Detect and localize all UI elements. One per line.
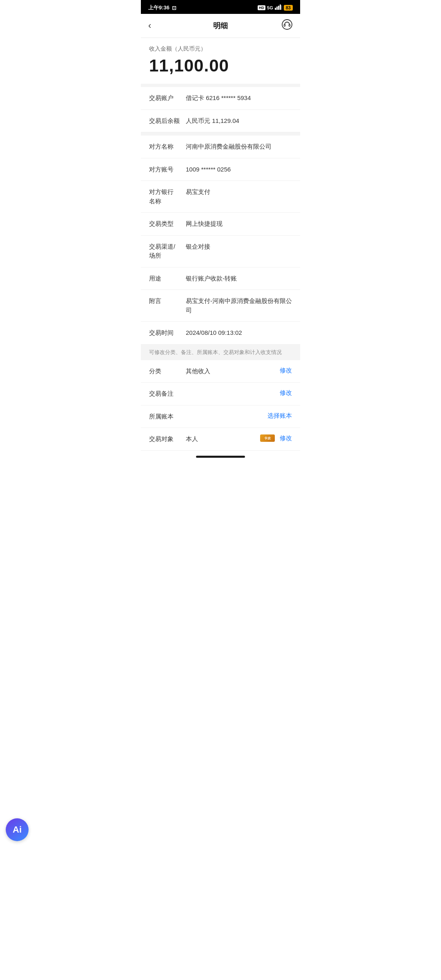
bottom-bar (141, 451, 300, 461)
transaction-channel-label: 交易渠道/ 场所 (149, 242, 186, 261)
transaction-account-row: 交易账户 借记卡 6216 ****** 5934 (141, 87, 300, 110)
svg-rect-2 (278, 6, 279, 10)
transaction-time-label: 交易时间 (149, 328, 186, 338)
svg-rect-0 (275, 8, 276, 10)
counterpart-bank-value: 易宝支付 (186, 187, 292, 197)
amount-section: 收入金额（人民币元） 11,100.00 (141, 38, 300, 87)
svg-rect-7 (289, 24, 290, 27)
counterpart-person-label: 交易对象 (149, 434, 186, 444)
navbar: ‹ 明细 (141, 14, 300, 38)
transaction-type-value: 网上快捷提现 (186, 219, 292, 229)
transaction-note-label: 交易备注 (149, 389, 186, 399)
transaction-time-row: 交易时间 2024/08/10 09:13:02 (141, 322, 300, 345)
navbar-wrapper: ‹ 明细 (148, 19, 293, 33)
signal-5g: 5G (267, 5, 273, 10)
purpose-row: 用途 银行账户收款-转账 (141, 267, 300, 290)
counterpart-name-value: 河南中原消费金融股份有限公司 (186, 142, 292, 151)
counterpart-account-label: 对方账号 (149, 165, 186, 174)
counterpart-person-row: 交易对象 本人 卡农 修改 (141, 428, 300, 451)
counterpart-person-edit-button[interactable]: 修改 (280, 434, 292, 442)
category-row: 分类 其他收入 修改 (141, 360, 300, 383)
svg-point-5 (282, 20, 292, 29)
counterpart-bank-row: 对方银行 名称 易宝支付 (141, 181, 300, 213)
transaction-account-label: 交易账户 (149, 94, 186, 103)
hd-badge: HD (258, 5, 265, 10)
counterpart-name-row: 对方名称 河南中原消费金融股份有限公司 (141, 132, 300, 158)
service-button[interactable] (281, 19, 293, 33)
counterpart-account-row: 对方账号 1009 ****** 0256 (141, 158, 300, 181)
section-hint: 可修改分类、备注、所属账本、交易对象和计入收支情况 (141, 345, 300, 360)
purpose-label: 用途 (149, 274, 186, 283)
editable-table: 分类 其他收入 修改 交易备注 修改 所属账本 选择账本 交易对象 本人 卡农 … (141, 360, 300, 451)
transaction-note-edit-button[interactable]: 修改 (280, 389, 292, 397)
transaction-account-value: 借记卡 6216 ****** 5934 (186, 94, 292, 103)
status-time: 上午9:36 (148, 4, 169, 11)
transaction-type-label: 交易类型 (149, 219, 186, 229)
account-book-row: 所属账本 选择账本 (141, 405, 300, 428)
back-button[interactable]: ‹ (148, 19, 154, 33)
status-left: 上午9:36 ⊡ (148, 4, 176, 11)
svg-rect-6 (284, 24, 285, 27)
balance-after-row: 交易后余额 人民币元 11,129.04 (141, 110, 300, 133)
headset-icon (281, 19, 293, 30)
svg-rect-4 (281, 5, 282, 10)
info-table-1: 交易账户 借记卡 6216 ****** 5934 交易后余额 人民币元 11,… (141, 87, 300, 132)
counterpart-bank-label: 对方银行 名称 (149, 187, 186, 206)
svg-rect-3 (280, 4, 281, 10)
remark-row: 附言 易宝支付-河南中原消费金融股份有限公司 (141, 290, 300, 322)
transaction-channel-value: 银企对接 (186, 242, 292, 252)
signal-bars (275, 4, 282, 11)
home-indicator (196, 456, 245, 458)
category-edit-button[interactable]: 修改 (280, 367, 292, 374)
amount-value: 11,100.00 (149, 56, 292, 76)
transaction-note-row: 交易备注 修改 (141, 383, 300, 405)
watermark-badge: 卡农 (260, 434, 275, 442)
category-value: 其他收入 (186, 367, 276, 376)
account-book-select-button[interactable]: 选择账本 (267, 412, 292, 420)
status-right: HD 5G 83 (258, 4, 293, 11)
nfc-icon: ⊡ (172, 5, 176, 11)
balance-after-label: 交易后余额 (149, 116, 186, 126)
counterpart-account-value: 1009 ****** 0256 (186, 165, 292, 174)
info-table-2: 对方名称 河南中原消费金融股份有限公司 对方账号 1009 ****** 025… (141, 132, 300, 345)
remark-label: 附言 (149, 296, 186, 306)
category-label: 分类 (149, 367, 186, 376)
svg-rect-1 (276, 7, 278, 10)
counterpart-person-value: 本人 (186, 434, 258, 444)
amount-label: 收入金额（人民币元） (149, 45, 292, 53)
transaction-type-row: 交易类型 网上快捷提现 (141, 213, 300, 236)
account-book-label: 所属账本 (149, 412, 186, 421)
transaction-time-value: 2024/08/10 09:13:02 (186, 328, 292, 338)
counterpart-name-label: 对方名称 (149, 142, 186, 151)
purpose-value: 银行账户收款-转账 (186, 274, 292, 283)
battery-icon: 83 (284, 5, 293, 11)
page-title: 明细 (213, 21, 228, 31)
balance-after-value: 人民币元 11,129.04 (186, 116, 292, 126)
transaction-channel-row: 交易渠道/ 场所 银企对接 (141, 236, 300, 267)
status-bar: 上午9:36 ⊡ HD 5G 83 (141, 0, 300, 14)
remark-value: 易宝支付-河南中原消费金融股份有限公司 (186, 296, 292, 315)
